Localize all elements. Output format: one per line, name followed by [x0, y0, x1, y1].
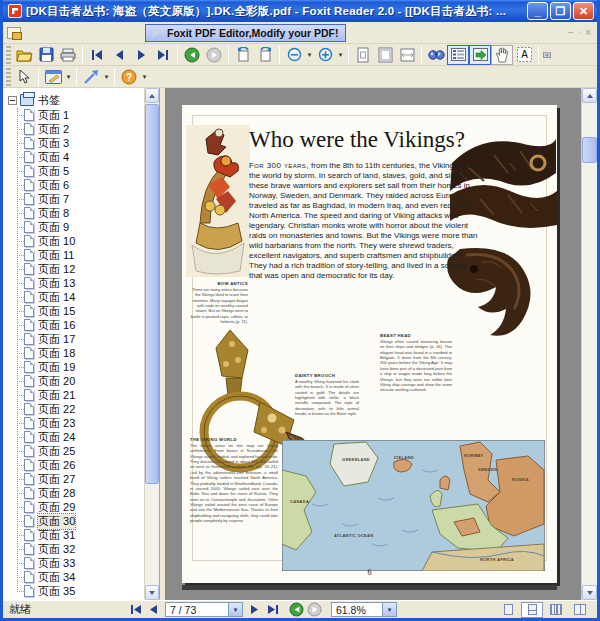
rotate-right-button[interactable]: [254, 45, 276, 65]
actual-size-button[interactable]: [352, 45, 374, 65]
chevron-down-icon[interactable]: ▾: [382, 603, 396, 616]
bookmarks-root[interactable]: 书签: [7, 92, 144, 108]
note-tool-button[interactable]: [42, 67, 64, 87]
fit-page-button[interactable]: [374, 45, 396, 65]
bookmark-item[interactable]: 页面 34: [12, 570, 144, 584]
hand-tool-button[interactable]: [491, 45, 513, 65]
zoom-out-caret-icon[interactable]: ▾: [305, 45, 314, 65]
previous-page-button[interactable]: [108, 45, 130, 65]
scroll-up-icon[interactable]: [145, 88, 159, 103]
bookmark-item[interactable]: 页面 13: [12, 276, 144, 290]
print-button[interactable]: [57, 45, 79, 65]
next-page-button[interactable]: [245, 602, 263, 617]
bookmark-item[interactable]: 页面 26: [12, 458, 144, 472]
facing-layout-button[interactable]: [545, 602, 567, 618]
go-back-button[interactable]: [181, 45, 203, 65]
go-back-button[interactable]: [287, 602, 305, 617]
first-page-button[interactable]: [127, 602, 145, 617]
fit-width-button[interactable]: [396, 45, 418, 65]
chevron-down-icon[interactable]: ▾: [228, 603, 242, 616]
snapshot-button[interactable]: [542, 45, 552, 65]
bookmark-item[interactable]: 页面 21: [12, 388, 144, 402]
single-page-layout-button[interactable]: [497, 602, 519, 618]
bookmark-item[interactable]: 页面 24: [12, 430, 144, 444]
go-forward-button[interactable]: [305, 602, 323, 617]
maximize-button[interactable]: ❐: [550, 2, 571, 20]
menu-item[interactable]: [39, 30, 53, 36]
last-page-button[interactable]: [263, 602, 281, 617]
menu-item[interactable]: [95, 30, 109, 36]
bookmark-item[interactable]: 页面 29: [12, 500, 144, 514]
bookmark-item[interactable]: 页面 23: [12, 416, 144, 430]
bookmark-item[interactable]: 页面 9: [12, 220, 144, 234]
bookmark-item[interactable]: 页面 35: [12, 584, 144, 598]
page-indicator[interactable]: 7 / 73: [166, 604, 228, 616]
scroll-down-icon[interactable]: [582, 585, 597, 600]
page-number-combo[interactable]: 7 / 73 ▾: [165, 602, 243, 617]
zoom-level-combo[interactable]: 61.8% ▾: [331, 602, 397, 617]
bookmark-item[interactable]: 页面 4: [12, 150, 144, 164]
continuous-layout-button[interactable]: [521, 602, 543, 618]
bookmark-item[interactable]: 页面 11: [12, 248, 144, 262]
scroll-down-icon[interactable]: [145, 585, 159, 600]
open-button[interactable]: [13, 45, 35, 65]
save-button[interactable]: [35, 45, 57, 65]
bookmark-item[interactable]: 页面 33: [12, 556, 144, 570]
next-page-button[interactable]: [130, 45, 152, 65]
bookmark-item[interactable]: 页面 18: [12, 346, 144, 360]
document-scrollbar[interactable]: [581, 88, 597, 600]
bookmark-item[interactable]: 页面 2: [12, 122, 144, 136]
pdf-page[interactable]: CANADA GREENLAND ICELAND NORWAY SWEDEN R…: [182, 105, 557, 583]
mdi-restore-icon[interactable]: ▫: [578, 27, 582, 38]
last-page-button[interactable]: [152, 45, 174, 65]
note-tool-caret-icon[interactable]: ▾: [64, 67, 73, 87]
toolbar-grip[interactable]: [6, 46, 11, 64]
continuous-facing-layout-button[interactable]: [569, 602, 591, 618]
toolbar-grip[interactable]: [6, 68, 11, 86]
help-button[interactable]: ?: [118, 67, 140, 87]
bookmark-item[interactable]: 页面 15: [12, 304, 144, 318]
drawing-tool-caret-icon[interactable]: ▾: [102, 67, 111, 87]
drawing-tool-button[interactable]: [80, 67, 102, 87]
bookmark-item[interactable]: 页面 22: [12, 402, 144, 416]
previous-page-button[interactable]: [145, 602, 163, 617]
collapse-icon[interactable]: [8, 96, 17, 105]
rotate-left-button[interactable]: [232, 45, 254, 65]
select-annotation-button[interactable]: [13, 67, 35, 87]
select-text-button[interactable]: A: [513, 45, 535, 65]
mdi-minimize-icon[interactable]: –: [568, 27, 574, 38]
scrollbar-thumb[interactable]: [582, 137, 597, 163]
bookmark-item[interactable]: 页面 10: [12, 234, 144, 248]
zoom-in-caret-icon[interactable]: ▾: [336, 45, 345, 65]
menu-item[interactable]: [25, 30, 39, 36]
bookmark-item[interactable]: 页面 31: [12, 528, 144, 542]
bookmarks-panel-toggle[interactable]: [447, 45, 469, 65]
help-caret-icon[interactable]: ▾: [140, 67, 149, 87]
bookmark-item[interactable]: 页面 12: [12, 262, 144, 276]
bookmark-item[interactable]: 页面 5: [12, 164, 144, 178]
bookmark-item[interactable]: 页面 3: [12, 136, 144, 150]
menu-item[interactable]: [123, 30, 137, 36]
bookmark-item[interactable]: 页面 17: [12, 332, 144, 346]
menu-item[interactable]: [67, 30, 81, 36]
bookmark-item[interactable]: 页面 14: [12, 290, 144, 304]
find-button[interactable]: [425, 45, 447, 65]
bookmark-item[interactable]: 页面 6: [12, 178, 144, 192]
bookmark-item[interactable]: 页面 7: [12, 192, 144, 206]
foxit-editor-promo-button[interactable]: Foxit PDF Editor,Modify your PDF!: [145, 24, 346, 42]
scrollbar-thumb[interactable]: [145, 104, 159, 484]
menu-item[interactable]: [53, 30, 67, 36]
navigation-pane-toggle[interactable]: [469, 45, 491, 65]
bookmark-item[interactable]: 页面 30: [12, 514, 144, 528]
close-button[interactable]: ✕: [573, 2, 594, 20]
bookmark-item[interactable]: 页面 20: [12, 374, 144, 388]
zoom-level[interactable]: 61.8%: [332, 604, 382, 616]
menu-item[interactable]: [109, 30, 123, 36]
go-forward-button[interactable]: [203, 45, 225, 65]
first-page-button[interactable]: [86, 45, 108, 65]
minimize-button[interactable]: _: [527, 2, 548, 20]
bookmark-item[interactable]: 页面 1: [12, 108, 144, 122]
bookmarks-scrollbar[interactable]: [144, 88, 159, 600]
document-area[interactable]: CANADA GREENLAND ICELAND NORWAY SWEDEN R…: [165, 88, 597, 600]
bookmark-item[interactable]: 页面 8: [12, 206, 144, 220]
